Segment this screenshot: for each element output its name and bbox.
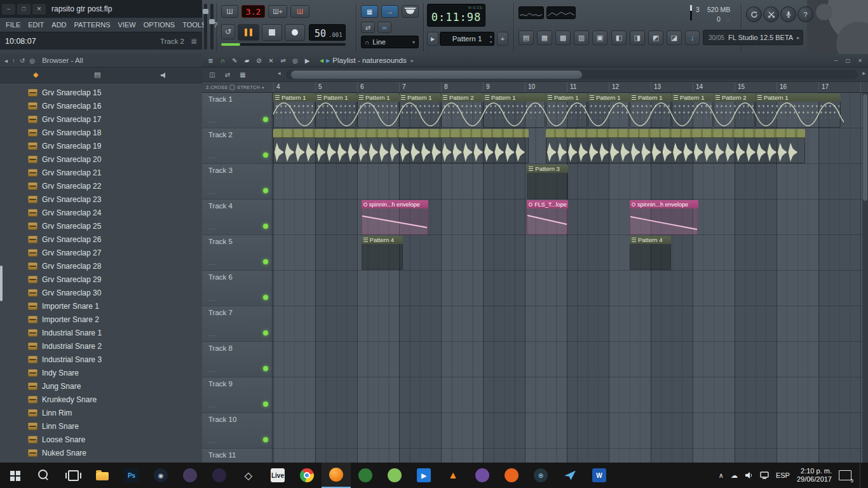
microphone-button[interactable] (780, 6, 796, 22)
pattern-clip[interactable]: Pattern 4 (630, 236, 671, 270)
app-titlebar[interactable]: – □ ✕ rapsito gtr post.flp (0, 0, 202, 18)
browser-item[interactable]: Linn Snare (28, 419, 196, 433)
pattern-up-arrow[interactable]: ▴ (490, 34, 492, 38)
track-header[interactable]: Track 9.... (202, 377, 273, 413)
toggle-mixer[interactable]: ▥ (574, 30, 589, 45)
automation-clip[interactable]: FLS_T...lope (527, 200, 568, 234)
browser-item[interactable]: Industrial Snare 3 (28, 353, 196, 366)
pattern-clip[interactable]: Pattern 2 (441, 93, 482, 128)
pattern-clip[interactable]: Pattern 1 (315, 93, 356, 128)
browser-scrollbar[interactable] (0, 266, 3, 301)
version-panel[interactable]: 30/05 FL Studio 12.5 BETA ▸ (703, 30, 803, 45)
zcross-toggle[interactable] (229, 85, 235, 90)
track-mute-led[interactable] (263, 366, 268, 371)
browser-item[interactable]: Grv Snareclap 26 (28, 233, 196, 246)
browser-item[interactable]: Industrial Snare 2 (28, 339, 196, 353)
browser-item[interactable]: Grv Snareclap 23 (28, 193, 196, 206)
browser-item[interactable]: Importer Snare 1 (28, 299, 196, 313)
track-header[interactable]: Track 3.... (202, 164, 273, 200)
cut-button[interactable] (763, 6, 779, 22)
pattern-clip[interactable]: Pattern 1 (588, 93, 629, 128)
resync-button[interactable] (746, 6, 762, 22)
show-desktop-strip[interactable] (860, 463, 863, 488)
help-button[interactable]: ? (797, 6, 813, 22)
swap-icon[interactable]: ⇄ (221, 69, 234, 80)
browser-item[interactable]: Importer Snare 2 (28, 313, 196, 326)
pattern-clip[interactable]: Pattern 1 (630, 93, 671, 128)
mute-tool-icon[interactable]: ✕ (265, 55, 277, 66)
cloud-icon[interactable]: ☁ (731, 471, 738, 480)
browser-item[interactable]: Grv Snareclap 24 (28, 206, 196, 219)
taskbar-fl-studio[interactable] (322, 463, 351, 488)
app-close-button[interactable]: ✕ (32, 4, 46, 15)
pattern-clip[interactable]: Pattern 1 (273, 93, 315, 128)
language-indicator[interactable]: ESP (776, 471, 790, 479)
taskbar-telegram[interactable] (555, 463, 585, 488)
taskbar-green-app-1[interactable] (351, 463, 380, 488)
action-center-icon[interactable]: 5 (839, 470, 851, 480)
browser-item[interactable]: Grv Snareclap 19 (28, 139, 196, 152)
taskbar-vlc[interactable]: ▲ (438, 463, 468, 488)
pattern-clip[interactable]: Pattern 3 (527, 165, 568, 199)
track-mute-led[interactable] (263, 117, 268, 122)
menu-item[interactable]: OPTIONS (140, 21, 179, 29)
loop-record-button[interactable]: ↺ (221, 24, 235, 39)
link-icon[interactable]: ∞ (377, 22, 391, 33)
browser-item[interactable]: Grv Snareclap 20 (28, 152, 196, 166)
taskbar-task-view[interactable] (58, 463, 88, 488)
browser-item[interactable]: Grv Snareclap 25 (28, 219, 196, 233)
playlist-maximize-button[interactable]: ▢ (843, 56, 853, 65)
browser-item[interactable]: Grv Snareclap 17 (28, 112, 196, 126)
toggle-browser[interactable]: ▣ (592, 30, 607, 45)
pattern-clip[interactable]: Pattern 1 (756, 93, 841, 128)
pitch-knob[interactable] (209, 19, 215, 24)
taskbar-start[interactable] (0, 463, 29, 488)
browser-item[interactable]: Jung Snare (28, 379, 196, 393)
preset-picker[interactable]: ◨ (630, 30, 645, 45)
export-arrow-button[interactable]: → (381, 5, 398, 18)
volume-knob[interactable] (203, 9, 208, 14)
pot-button[interactable] (402, 5, 419, 18)
pattern-prev-button[interactable]: ▶ (427, 32, 438, 46)
horizontal-scrollbar[interactable] (286, 70, 858, 79)
track-header[interactable]: Track 5.... (202, 235, 273, 271)
pattern-clip[interactable]: Pattern 1 (546, 93, 587, 128)
audio-clip[interactable] (546, 129, 805, 163)
plugin-picker[interactable]: ◧ (611, 30, 627, 45)
track-mute-led[interactable] (263, 330, 268, 336)
pattern-clip[interactable]: Pattern 1 (483, 93, 545, 128)
toggle-piano-roll[interactable]: ▩ (555, 30, 571, 45)
draw-tool-icon[interactable]: ✎ (229, 55, 241, 66)
automation-clip[interactable]: spinnin...h envelope (362, 200, 428, 234)
browser-item[interactable]: Nuked Snare (28, 446, 196, 459)
track-header[interactable]: Track 1.... (202, 93, 273, 128)
toggle-playlist[interactable]: ▤ (519, 30, 534, 45)
pattern-down-arrow[interactable]: ▾ (490, 39, 492, 44)
stretch-dropdown-arrow[interactable]: ▾ (262, 85, 264, 90)
pattern-clip[interactable]: Pattern 1 (357, 93, 398, 128)
browser-item[interactable]: Grv Snareclap 22 (28, 179, 196, 193)
track-mute-led[interactable] (263, 295, 268, 300)
track-mute-led[interactable] (263, 224, 268, 229)
track-mute-led[interactable] (263, 402, 268, 407)
pause-button[interactable] (238, 24, 259, 41)
track-mute-led[interactable] (263, 259, 268, 264)
keyboard-record-icon[interactable]: Ш (290, 5, 309, 18)
browser-item[interactable]: Grv Snareclap 16 (28, 99, 196, 112)
browser-item[interactable]: Linn Rim (28, 406, 196, 419)
browser-item[interactable]: Grv Snareclap 29 (28, 273, 196, 286)
stop-button[interactable] (262, 24, 282, 41)
browser-item[interactable]: Grv Snareclap 15 (28, 86, 196, 99)
track-header[interactable]: Track 11.... (202, 449, 273, 463)
pattern-clip[interactable]: Pattern 1 (672, 93, 713, 128)
browser-item[interactable]: Krunkedy Snare (28, 393, 196, 406)
track-header[interactable]: Track 8.... (202, 342, 273, 377)
pattern-add-button[interactable]: + (497, 32, 508, 46)
menu-item[interactable]: ADD (48, 21, 70, 29)
speaker-icon[interactable] (745, 471, 753, 479)
keyboard-octave-lcd[interactable]: 3.2 (241, 5, 265, 18)
slide-icon[interactable]: ⇄ (361, 22, 375, 33)
browser-item[interactable]: Grv Snareclap 21 (28, 166, 196, 179)
playlist-close-button[interactable]: ✕ (855, 56, 865, 65)
scrollbar-thumb[interactable] (291, 71, 582, 79)
